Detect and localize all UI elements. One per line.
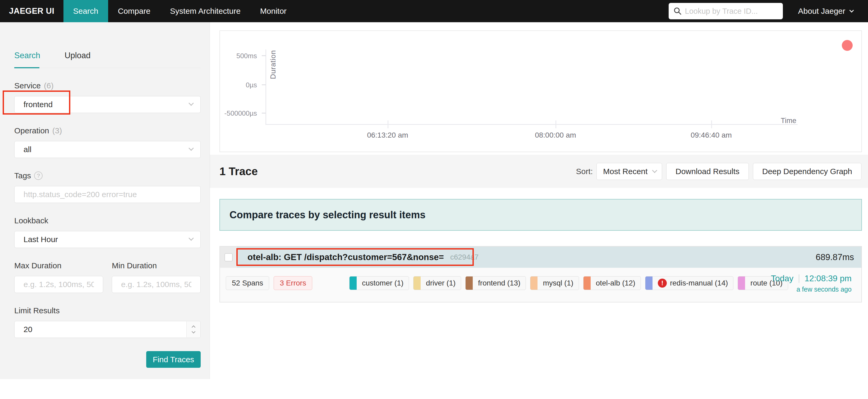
nav-tab-system-architecture[interactable]: System Architecture <box>160 0 250 22</box>
chevron-down-icon <box>652 168 657 173</box>
service-color-swatch <box>413 277 421 290</box>
trace-title-link[interactable]: otel-alb: GET /dispatch?customer=567&non… <box>237 247 478 268</box>
operation-select[interactable]: all <box>14 141 201 158</box>
x-axis-line <box>266 124 798 125</box>
lookback-label: Lookback <box>14 216 201 225</box>
x-axis-title: Time <box>765 117 796 125</box>
y-tick-label: -500000µs <box>220 109 257 117</box>
trace-result-body: 52 Spans 3 Errors customer (1) driver (1… <box>220 268 861 302</box>
search-icon <box>673 7 682 16</box>
service-badge-frontend: frontend (13) <box>465 276 526 290</box>
limit-results-field <box>14 321 201 338</box>
y-tick-label: 500ms <box>220 52 257 60</box>
trace-result-header[interactable]: otel-alb: GET /dispatch?customer=567&non… <box>220 247 861 268</box>
tags-input[interactable] <box>24 190 191 199</box>
trace-result-item[interactable]: otel-alb: GET /dispatch?customer=567&non… <box>219 246 862 303</box>
nav-tab-monitor[interactable]: Monitor <box>250 0 297 22</box>
service-badge-label: otel-alb (12) <box>591 277 641 290</box>
nav-tab-search[interactable]: Search <box>63 0 108 22</box>
find-traces-button[interactable]: Find Traces <box>146 351 201 368</box>
lookback-select[interactable]: Last Hour <box>14 231 201 248</box>
trace-lookup-input[interactable] <box>685 7 778 16</box>
tags-label: Tags ? <box>14 171 201 180</box>
timestamp-divider <box>799 275 799 283</box>
x-tick <box>711 120 712 128</box>
service-select[interactable]: frontend <box>14 96 201 113</box>
operation-count: (3) <box>52 126 62 135</box>
trace-select-checkbox[interactable] <box>224 253 232 261</box>
service-select-value: frontend <box>24 100 53 109</box>
trace-lookup-box <box>669 3 783 19</box>
service-badge-redis-manual: ! redis-manual (14) <box>645 276 734 290</box>
service-badge-label: frontend (13) <box>473 277 526 290</box>
tags-field <box>14 186 201 203</box>
trace-time: 12:08:39 pm <box>805 274 851 283</box>
number-stepper[interactable] <box>186 321 200 337</box>
chevron-down-icon <box>849 8 854 13</box>
y-axis-line <box>266 50 266 125</box>
lookback-select-value: Last Hour <box>24 235 58 244</box>
stepper-up-icon[interactable] <box>191 325 195 329</box>
results-header: 1 Trace Sort: Most Recent Download Resul… <box>210 155 868 188</box>
trace-title: otel-alb: GET /dispatch?customer=567&non… <box>247 252 444 262</box>
service-badge-mysql: mysql (1) <box>530 276 579 290</box>
nav-tab-compare[interactable]: Compare <box>108 0 160 22</box>
top-navbar: JAEGER UI Search Compare System Architec… <box>0 0 868 22</box>
chevron-down-icon <box>188 101 194 106</box>
trace-duration: 689.87ms <box>816 247 861 268</box>
operation-select-value: all <box>24 145 31 154</box>
about-jaeger-menu[interactable]: About Jaeger <box>798 0 853 22</box>
y-tick <box>262 84 266 85</box>
main-content: Duration 500ms 0µs -500000µs 06:13:20 am… <box>210 22 868 399</box>
compare-banner: Compare traces by selecting result items <box>219 199 862 231</box>
limit-results-input[interactable] <box>24 325 191 334</box>
tab-upload[interactable]: Upload <box>64 51 90 60</box>
x-tick <box>388 120 389 128</box>
x-tick-label: 06:13:20 am <box>353 131 422 139</box>
min-duration-input[interactable] <box>121 280 191 289</box>
error-count-badge: 3 Errors <box>274 276 312 290</box>
sort-label: Sort: <box>576 167 593 176</box>
download-results-button[interactable]: Download Results <box>666 163 749 180</box>
tab-search[interactable]: Search <box>14 51 40 60</box>
trace-id: c6294a7 <box>450 253 478 261</box>
sort-select[interactable]: Most Recent <box>596 163 662 180</box>
compare-banner-text: Compare traces by selecting result items <box>229 209 425 221</box>
search-sidebar: Search Upload Service (6) frontend Opera… <box>0 22 210 379</box>
chevron-down-icon <box>188 235 194 241</box>
max-duration-label: Max Duration <box>14 261 103 270</box>
y-tick-label: 0µs <box>220 81 257 89</box>
chevron-down-icon <box>188 145 194 151</box>
max-duration-input[interactable] <box>24 280 94 289</box>
trace-date: Today <box>771 274 794 283</box>
trace-timestamps: Today 12:08:39 pm a few seconds ago <box>771 274 851 293</box>
service-count: (6) <box>44 81 54 90</box>
duration-row: Max Duration Min Duration <box>14 248 201 293</box>
max-duration-field <box>14 276 103 293</box>
min-duration-label: Min Duration <box>112 261 201 270</box>
service-label: Service (6) <box>14 81 201 90</box>
trace-scatter-point[interactable] <box>842 40 852 51</box>
stepper-down-icon[interactable] <box>191 330 195 333</box>
sidebar-tabs: Search Upload <box>14 51 201 68</box>
limit-results-label: Limit Results <box>14 306 201 315</box>
app-logo: JAEGER UI <box>0 0 63 22</box>
service-color-swatch <box>349 277 356 290</box>
deep-dependency-graph-button[interactable]: Deep Dependency Graph <box>753 163 861 180</box>
service-color-swatch <box>738 277 745 290</box>
service-color-swatch <box>466 277 473 290</box>
duration-scatterplot: Duration 500ms 0µs -500000µs 06:13:20 am… <box>219 30 862 152</box>
nav-spacer <box>297 0 669 22</box>
service-color-swatch <box>584 277 591 290</box>
y-axis-title: Duration <box>269 50 277 79</box>
service-badge-label: mysql (1) <box>537 277 579 290</box>
y-tick <box>262 113 266 114</box>
min-duration-field <box>112 276 201 293</box>
service-badge-label: driver (1) <box>421 277 461 290</box>
about-jaeger-label: About Jaeger <box>798 7 845 16</box>
trace-checkbox-cell <box>220 247 237 268</box>
trace-relative-time: a few seconds ago <box>771 285 851 293</box>
help-icon[interactable]: ? <box>34 171 42 180</box>
span-count-badge: 52 Spans <box>226 276 269 290</box>
x-tick-label: 09:46:40 am <box>677 131 746 139</box>
